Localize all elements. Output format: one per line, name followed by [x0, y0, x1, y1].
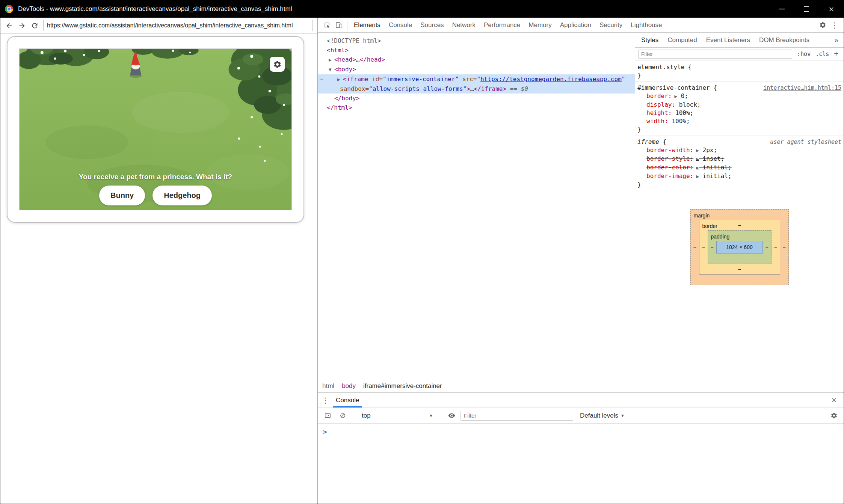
border-top-value[interactable]: −: [738, 221, 741, 229]
margin-right-value[interactable]: −: [780, 220, 788, 275]
shorthand-expander-icon[interactable]: ▶: [696, 174, 699, 178]
shorthand-expander-icon[interactable]: ▶: [696, 148, 699, 152]
dom-token-str: ": [477, 75, 480, 83]
styles-sidebar: StylesComputedEvent ListenersDOM Breakpo…: [635, 33, 844, 392]
margin-bottom-value[interactable]: −: [738, 276, 741, 284]
console-drawer-tab[interactable]: Console: [333, 393, 362, 407]
shorthand-expander-icon[interactable]: ▶: [696, 157, 699, 161]
disclosure-open-icon[interactable]: ▼: [329, 65, 334, 74]
padding-bottom-value[interactable]: −: [738, 255, 741, 263]
padding-right-value[interactable]: −: [763, 243, 771, 251]
shorthand-expander-icon[interactable]: ▶: [696, 166, 699, 170]
css-property-border-style[interactable]: border-style:▶ inset;: [637, 155, 841, 163]
css-property-display[interactable]: display: block;: [637, 101, 841, 109]
disclosure-closed-icon[interactable]: ▶: [329, 55, 334, 65]
devtools-settings-button[interactable]: [817, 19, 829, 31]
devtools-tab-memory[interactable]: Memory: [524, 18, 556, 32]
inspect-element-button[interactable]: [321, 19, 333, 31]
dom-node-doctype[interactable]: <!DOCTYPE html>: [318, 36, 635, 45]
border-bottom-value[interactable]: −: [738, 265, 741, 273]
devtools-tab-sources[interactable]: Sources: [416, 18, 448, 32]
dom-node-iframe-continued[interactable]: sandbox="allow-scripts allow-forms">…</i…: [318, 84, 635, 94]
margin-left-value[interactable]: −: [691, 220, 699, 275]
device-toolbar-button[interactable]: [333, 19, 345, 31]
back-button[interactable]: [3, 19, 15, 32]
game-settings-button[interactable]: [270, 57, 285, 72]
css-property-width[interactable]: width: 100%;: [637, 117, 841, 125]
console-sidebar-button[interactable]: [322, 410, 334, 422]
sidebar-overflow-icon[interactable]: »: [830, 36, 842, 44]
breadcrumb-html[interactable]: html: [322, 382, 334, 390]
new-style-rule-button[interactable]: +: [834, 50, 838, 58]
css-property-border-width[interactable]: border-width:▶ 2px;: [637, 146, 841, 155]
devtools-tabbar: ElementsConsoleSourcesNetworkPerformance…: [318, 18, 844, 33]
drawer-close-button[interactable]: [828, 394, 840, 406]
devtools-tab-lighthouse[interactable]: Lighthouse: [627, 18, 666, 32]
css-property-height[interactable]: height: 100%;: [637, 109, 841, 117]
styles-tab-event-listeners[interactable]: Event Listeners: [702, 36, 755, 44]
devtools-tab-console[interactable]: Console: [385, 18, 416, 32]
padding-top-value[interactable]: −: [738, 232, 741, 240]
console-settings-button[interactable]: [828, 410, 840, 422]
css-property-border-image[interactable]: border-image:▶ initial;: [637, 172, 841, 181]
styles-tab-styles[interactable]: Styles: [637, 36, 663, 44]
css-property-border[interactable]: border:▶ 0;: [637, 92, 841, 101]
console-prompt[interactable]: >: [323, 428, 327, 436]
url-bar[interactable]: [43, 20, 313, 31]
element-class-toggle[interactable]: .cls: [815, 51, 829, 57]
breadcrumb-iframe[interactable]: iframe#immersive-container: [363, 382, 442, 390]
devtools-tab-elements[interactable]: Elements: [350, 18, 385, 32]
breadcrumb-body[interactable]: body: [342, 382, 356, 390]
console-context-selector[interactable]: top ▼: [359, 412, 435, 419]
stylesheet-source-link[interactable]: interactive…him.html:15: [763, 84, 841, 92]
box-model-padding[interactable]: padding − − 1024 × 600 −: [708, 230, 772, 264]
border-left-value[interactable]: −: [699, 230, 708, 264]
css-selector[interactable]: #immersive-container: [637, 84, 710, 92]
styles-tab-dom-breakpoints[interactable]: DOM Breakpoints: [755, 36, 814, 44]
padding-left-value[interactable]: −: [708, 243, 716, 251]
console-filter-input[interactable]: [461, 411, 573, 421]
box-model-content[interactable]: 1024 × 600: [716, 241, 763, 254]
devtools-tab-performance[interactable]: Performance: [480, 18, 524, 32]
choice-button-hedgehog[interactable]: Hedgehog: [152, 186, 212, 205]
clear-console-button[interactable]: [337, 410, 349, 422]
drawer-menu-icon[interactable]: ⋮: [322, 396, 329, 405]
close-button[interactable]: [819, 0, 844, 18]
reload-button[interactable]: [28, 19, 41, 32]
styles-filter-input[interactable]: [638, 50, 792, 59]
dom-node-body-close[interactable]: </body>: [318, 94, 635, 103]
console-levels-dropdown[interactable]: Default levels ▼: [580, 412, 624, 419]
dom-node-html-open[interactable]: <html>: [318, 45, 635, 55]
css-rule-elementstyle: element.style {}: [635, 61, 844, 82]
live-expression-button[interactable]: [445, 410, 457, 422]
forward-button[interactable]: [15, 19, 28, 32]
iframe-src-link[interactable]: https://testgnomegarden.firebaseapp.com: [480, 75, 622, 83]
shorthand-expander-icon[interactable]: ▶: [674, 94, 677, 98]
minimize-button[interactable]: [769, 0, 794, 18]
dom-node-html-close[interactable]: </html>: [318, 103, 635, 112]
dom-node-body-open[interactable]: ▼<body>: [318, 65, 635, 74]
pseudo-state-toggle[interactable]: :hov: [797, 51, 811, 57]
window-controls: [769, 0, 844, 18]
box-model-border[interactable]: border − − padding: [699, 220, 780, 275]
styles-filter-row: :hov .cls +: [635, 48, 844, 60]
choice-button-bunny[interactable]: Bunny: [99, 186, 145, 205]
devtools-tab-application[interactable]: Application: [556, 18, 595, 32]
dom-node-head[interactable]: ▶<head>…</head>: [318, 55, 635, 65]
node-overflow-icon[interactable]: ⋯: [320, 74, 323, 84]
css-selector[interactable]: iframe: [637, 138, 659, 146]
margin-top-value[interactable]: −: [738, 211, 741, 219]
devtools-tab-network[interactable]: Network: [448, 18, 480, 32]
devtools-tab-security[interactable]: Security: [595, 18, 627, 32]
css-property-border-color[interactable]: border-color:▶ initial;: [637, 163, 841, 172]
border-right-value[interactable]: −: [772, 230, 780, 264]
css-selector[interactable]: element.style: [637, 63, 684, 71]
box-model-margin[interactable]: margin − − border −: [690, 209, 789, 285]
devtools-menu-button[interactable]: ⋮: [829, 19, 841, 31]
disclosure-closed-icon[interactable]: ▶: [337, 75, 343, 84]
box-model-diagram: margin − − border −: [635, 209, 844, 285]
styles-tab-computed[interactable]: Computed: [663, 36, 701, 44]
dom-node-iframe[interactable]: ⋯▶<iframe id="immersive-container" src="…: [318, 74, 635, 84]
maximize-button[interactable]: [794, 0, 819, 18]
close-icon: [830, 397, 838, 404]
